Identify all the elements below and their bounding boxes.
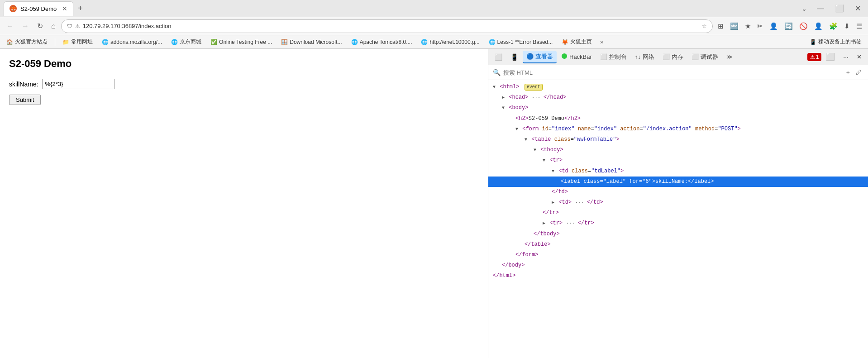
bookmark-enet[interactable]: 🌐 http://enet.10000.g... xyxy=(418,38,482,46)
tree-head-node[interactable]: ▶ <head> ··· </head> xyxy=(488,92,868,103)
screenshot-icon[interactable]: ✂ xyxy=(755,21,765,32)
new-tab-button[interactable]: + xyxy=(75,4,86,13)
translate-icon[interactable]: 🔤 xyxy=(728,21,741,32)
attr-for-name: for xyxy=(629,178,639,185)
tag-td2: <td> xyxy=(558,199,572,205)
pick-element-btn[interactable]: 🖊 xyxy=(854,68,863,77)
nav-right-icons: ⊞ 🔤 ★ ✂ 👤 🔄 🚫 👤 🧩 ⬇ ☰ xyxy=(715,21,864,32)
devtools-responsive-btn[interactable]: 📱 xyxy=(507,52,522,62)
bookmarks-bar: 🏠 火狐官方站点 📁 常用网址 🌐 addons.mozilla.org/...… xyxy=(0,35,868,49)
bookmarks-overflow-btn[interactable]: » xyxy=(598,38,605,45)
downloads-icon[interactable]: ⬇ xyxy=(842,21,852,32)
refresh-button[interactable]: ↻ xyxy=(34,20,46,32)
devtools-error-badge[interactable]: ⚠ 1 xyxy=(807,53,822,61)
window-list-btn[interactable]: ⌄ xyxy=(799,4,810,13)
expand-dots[interactable]: ··· xyxy=(532,95,544,100)
tree-body-open-node[interactable]: ▼ <body> xyxy=(488,103,868,113)
tree-body-close-node[interactable]: </body> xyxy=(488,260,868,271)
tree-tr-node[interactable]: ▼ <tr> xyxy=(488,155,868,166)
tree-h2-node[interactable]: <h2>S2-059 Demo</h2> xyxy=(488,114,868,124)
active-tab[interactable]: 🦊 S2-059 Demo ✕ xyxy=(4,1,73,16)
devtools-options-btn[interactable]: ··· xyxy=(839,52,852,62)
collapse-html[interactable]: ▼ xyxy=(493,85,496,90)
devtools-close-btn[interactable]: ✕ xyxy=(853,52,865,62)
tree-tr2-node[interactable]: ▶ <tr> ··· </tr> xyxy=(488,218,868,229)
address-input[interactable] xyxy=(83,23,699,29)
bookmark-addons[interactable]: 🌐 addons.mozilla.org/... xyxy=(99,38,165,46)
submit-button[interactable]: Submit xyxy=(9,95,41,105)
collapse-tr2[interactable]: ▶ xyxy=(543,221,545,226)
collections-icon[interactable]: ⊞ xyxy=(715,21,726,32)
bookmark-label: Less-1 **Error Based... xyxy=(497,39,553,45)
bookmark-jd[interactable]: 🌐 京东商城 xyxy=(168,37,204,47)
tree-tbody-node[interactable]: ▼ <tbody> xyxy=(488,145,868,155)
collapse-head[interactable]: ▶ xyxy=(502,95,505,100)
bookmark-firefox-site[interactable]: 🏠 火狐官方站点 xyxy=(4,37,50,47)
tree-html-close-node[interactable]: </html> xyxy=(488,271,868,281)
devtools-more-tools-btn[interactable]: ≫ xyxy=(723,52,736,62)
devtools-debugger-tab[interactable]: ⬜ 调试器 xyxy=(688,51,722,63)
bookmark-globe-icon: 🌐 xyxy=(102,39,109,45)
devtools-console-tab[interactable]: ⬜ 控制台 xyxy=(596,51,630,63)
more-menu-icon[interactable]: ☰ xyxy=(854,21,864,32)
bookmark-less1[interactable]: 🌐 Less-1 **Error Based... xyxy=(486,38,556,46)
bookmark-mobile[interactable]: 📱 移动设备上的书签 xyxy=(807,37,864,47)
collapse-table[interactable]: ▼ xyxy=(525,137,527,142)
tree-form-node[interactable]: ▼ <form id="index" name="index" action="… xyxy=(488,124,868,134)
tree-table-close-node[interactable]: </table> xyxy=(488,239,868,250)
tree-table-node[interactable]: ▼ <table class="wwFormTable"> xyxy=(488,134,868,145)
address-bar[interactable]: 🛡 ⚠ ☆ xyxy=(61,19,713,33)
security-lock-icon: 🛡 xyxy=(67,23,72,29)
tree-form-close-node[interactable]: </form> xyxy=(488,250,868,260)
html-search-input[interactable] xyxy=(503,69,842,76)
bookmark-microsoft[interactable]: 🪟 Download Microsoft... xyxy=(278,38,344,46)
tree-tbody-close-node[interactable]: </tbody> xyxy=(488,229,868,239)
profile-icon[interactable]: 👤 xyxy=(812,21,825,32)
tab-close-btn[interactable]: ✕ xyxy=(62,5,67,12)
tree-td2-node[interactable]: ▶ <td> ··· </td> xyxy=(488,197,868,208)
extension-icon[interactable]: 🧩 xyxy=(827,21,840,32)
form-submit-row: Submit xyxy=(9,95,479,105)
collapse-tr[interactable]: ▼ xyxy=(543,158,545,163)
attr-td-class-val: "tdLabel" xyxy=(591,168,620,174)
devtools-hackbar-tab[interactable]: HackBar xyxy=(558,51,596,62)
home-button[interactable]: ⌂ xyxy=(48,20,58,32)
collapse-tbody[interactable]: ▼ xyxy=(534,148,536,153)
bookmark-star-icon[interactable]: ☆ xyxy=(701,23,707,29)
maximize-btn[interactable]: ⬜ xyxy=(831,3,848,14)
block-icon[interactable]: 🚫 xyxy=(797,21,810,32)
devtools-inspect-btn[interactable]: ⬜ xyxy=(491,52,506,62)
bookmark-online-testing[interactable]: ✅ Online Testing Free ... xyxy=(208,38,275,46)
minimize-btn[interactable]: — xyxy=(813,4,828,14)
devtools-dock-btn[interactable]: ⬜ xyxy=(822,51,839,63)
bookmark-tomcat[interactable]: 🌐 Apache Tomcat/8.0.... xyxy=(348,38,415,46)
td2-expand-dots[interactable]: ··· xyxy=(575,200,587,205)
devtools-inspector-tab[interactable]: 🔵 查看器 xyxy=(523,51,557,63)
collapse-td[interactable]: ▼ xyxy=(552,169,554,174)
collapse-td2[interactable]: ▶ xyxy=(552,200,554,205)
collapse-body[interactable]: ▼ xyxy=(502,105,505,110)
tree-label-node[interactable]: <label class="label" for="6">skillName:<… xyxy=(488,177,868,187)
inspector-icon: 🔵 xyxy=(526,53,534,60)
add-node-btn[interactable]: + xyxy=(844,68,852,77)
collapse-form[interactable]: ▼ xyxy=(515,127,518,132)
tree-tr-close-node[interactable]: </tr> xyxy=(488,208,868,218)
close-btn[interactable]: ✕ xyxy=(851,3,864,14)
attr-id-name: id xyxy=(542,126,548,132)
tr2-expand-dots[interactable]: ··· xyxy=(566,220,577,226)
account-icon[interactable]: 👤 xyxy=(767,21,780,32)
devtools-memory-tab[interactable]: ⬜ 内存 xyxy=(659,51,687,63)
bookmark-firefox-home[interactable]: 🦊 火狐主页 xyxy=(559,37,595,47)
tree-td-close-node[interactable]: </td> xyxy=(488,187,868,197)
back-button[interactable]: ← xyxy=(4,20,16,32)
tree-html-node[interactable]: ▼ <html> event xyxy=(488,82,868,92)
bookmark-common-sites[interactable]: 📁 常用网址 xyxy=(60,37,95,47)
star-icon[interactable]: ★ xyxy=(743,21,753,32)
main-area: S2-059 Demo skillName: Submit ⬜ 📱 🔵 查看器 xyxy=(0,49,868,358)
forward-button[interactable]: → xyxy=(19,20,32,32)
sync-icon[interactable]: 🔄 xyxy=(782,21,795,32)
skillname-input[interactable] xyxy=(42,79,114,89)
bookmark-home-icon: 🏠 xyxy=(6,39,13,45)
devtools-network-tab[interactable]: ↑↓ 网络 xyxy=(631,51,658,63)
tree-td-node[interactable]: ▼ <td class="tdLabel"> xyxy=(488,166,868,177)
